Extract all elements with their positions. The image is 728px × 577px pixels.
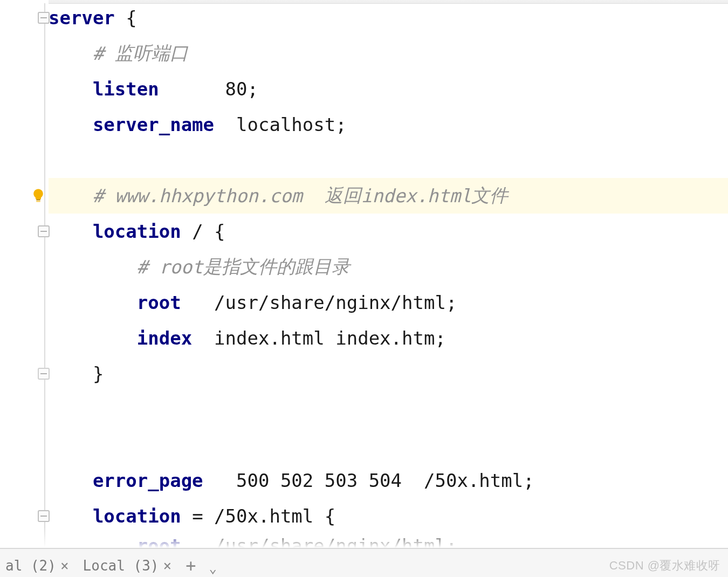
fold-handle-icon[interactable] bbox=[38, 12, 50, 24]
code-line[interactable]: listen 80; bbox=[49, 71, 728, 107]
code-line-blank[interactable] bbox=[49, 142, 728, 178]
fold-handle-icon[interactable] bbox=[38, 225, 50, 237]
value: index.html index.htm; bbox=[214, 327, 446, 349]
value: 500 502 503 504 /50x.html; bbox=[236, 470, 534, 491]
terminal-tab[interactable]: Local (3) × bbox=[80, 555, 175, 576]
code-line[interactable]: # root是指文件的跟目录 bbox=[49, 249, 728, 285]
value: localhost; bbox=[236, 114, 347, 135]
gutter bbox=[0, 0, 49, 577]
directive-errorpage: error_page bbox=[93, 470, 203, 491]
close-icon[interactable]: × bbox=[60, 558, 69, 574]
directive-index: index bbox=[137, 327, 192, 349]
value: 80; bbox=[225, 78, 258, 100]
close-icon[interactable]: × bbox=[163, 558, 171, 574]
code-area[interactable]: server { # 监听端口 listen 80; server_name l… bbox=[49, 0, 728, 577]
directive-root: root bbox=[137, 292, 181, 313]
fold-handle-icon[interactable] bbox=[38, 368, 50, 380]
add-tab-icon[interactable]: + bbox=[182, 555, 199, 576]
code-editor[interactable]: server { # 监听端口 listen 80; server_name l… bbox=[0, 0, 728, 577]
svg-rect-0 bbox=[36, 199, 40, 201]
value: = /50x.html { bbox=[181, 505, 336, 527]
code-line-current[interactable]: # www.hhxpython.com 返回index.html文件 bbox=[49, 178, 728, 214]
code-line[interactable]: } bbox=[49, 356, 728, 391]
code-line[interactable]: server { bbox=[49, 0, 728, 36]
value: /usr/share/nginx/html; bbox=[214, 292, 457, 313]
chevron-down-icon[interactable]: ⌄ bbox=[207, 561, 218, 576]
value: / { bbox=[181, 221, 225, 242]
watermark-text: CSDN @覆水难收呀 bbox=[609, 558, 720, 574]
lightbulb-icon[interactable] bbox=[30, 188, 46, 204]
code-line[interactable]: server_name localhost; bbox=[49, 107, 728, 142]
tab-label: al (2) bbox=[5, 558, 56, 574]
code-line[interactable]: location / { bbox=[49, 214, 728, 249]
comment-text: 监听端口 bbox=[115, 41, 188, 66]
code-line[interactable]: location = /50x.html { bbox=[49, 498, 728, 534]
code-line-blank[interactable] bbox=[49, 391, 728, 427]
directive-location: location bbox=[93, 221, 181, 242]
comment-text: 文件 bbox=[471, 183, 508, 208]
comment-hash: # bbox=[93, 185, 115, 207]
code-line-blank[interactable] bbox=[49, 427, 728, 463]
comment-hash: # bbox=[93, 43, 115, 64]
code-line[interactable]: error_page 500 502 503 504 /50x.html; bbox=[49, 463, 728, 498]
code-line[interactable]: # 监听端口 bbox=[49, 36, 728, 71]
comment-text: 是指文件的跟目录 bbox=[203, 255, 350, 279]
brace: } bbox=[93, 363, 104, 384]
directive-location: location bbox=[93, 505, 181, 527]
directive-servername: server_name bbox=[93, 114, 214, 135]
code-line[interactable]: index index.html index.htm; bbox=[49, 320, 728, 356]
fold-handle-icon[interactable] bbox=[38, 510, 50, 522]
directive-listen: listen bbox=[93, 78, 159, 100]
code-line[interactable]: root /usr/share/nginx/html; bbox=[49, 285, 728, 320]
tab-label: Local (3) bbox=[83, 558, 159, 574]
comment-text: root bbox=[159, 256, 203, 278]
terminal-tab[interactable]: al (2) × bbox=[2, 555, 72, 576]
keyword-server: server bbox=[49, 7, 115, 29]
comment-text: www.hhxpython.com bbox=[115, 185, 325, 207]
comment-text: 返回 bbox=[325, 183, 361, 208]
brace: { bbox=[115, 7, 137, 29]
comment-hash: # bbox=[137, 256, 159, 278]
comment-text: index.html bbox=[361, 185, 472, 207]
